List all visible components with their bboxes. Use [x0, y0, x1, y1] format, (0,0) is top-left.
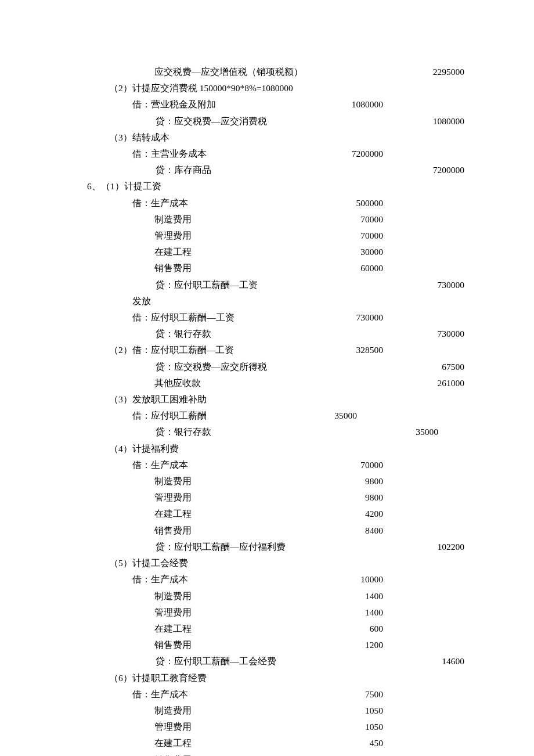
credit-amount: [383, 670, 464, 686]
debit-amount: 1400: [325, 604, 383, 621]
journal-entry-line: （3）发放职工困难补助: [75, 391, 464, 408]
journal-entry-line: 贷：库存商品7200000: [75, 162, 464, 178]
entry-description: 制造费用: [154, 473, 192, 489]
debit-amount: 730000: [325, 309, 383, 326]
debit-amount: [325, 80, 383, 96]
journal-entry-line: 借：生产成本70000: [75, 457, 464, 473]
credit-amount: [383, 489, 464, 506]
journal-entry-line: 制造费用1400: [75, 588, 464, 604]
entry-description: 制造费用: [154, 703, 192, 719]
entry-description: 贷：应付职工薪酬—应付福利费: [156, 539, 286, 555]
credit-amount: 261000: [383, 375, 464, 391]
debit-amount: 9800: [325, 489, 383, 506]
credit-amount: [383, 457, 464, 473]
credit-amount: [383, 96, 464, 113]
credit-amount: [383, 228, 464, 244]
credit-amount: [383, 391, 464, 408]
journal-entry-line: 贷：应交税费—应交消费税1080000: [75, 113, 464, 129]
credit-amount: [383, 555, 464, 571]
debit-amount: 4200: [325, 506, 383, 522]
debit-amount: [325, 113, 383, 129]
debit-amount: 7500: [325, 686, 383, 703]
entry-description: 在建工程: [154, 621, 192, 637]
journal-entry-line: 制造费用70000: [75, 211, 464, 228]
journal-entry-line: 管理费用1050: [75, 719, 464, 735]
entry-description: 贷：应付职工薪酬—工资: [156, 277, 258, 293]
debit-amount: [325, 653, 383, 669]
journal-entry-line: 借：营业税金及附加1080000: [75, 96, 464, 113]
credit-amount: 7200000: [383, 162, 464, 178]
credit-amount: [383, 195, 464, 211]
debit-amount: 7200000: [325, 146, 383, 162]
debit-amount: 600: [325, 621, 383, 637]
entry-description: 在建工程: [154, 244, 192, 260]
journal-entry-line: 贷：银行存款35000: [75, 424, 464, 440]
journal-entry-line: 销售费用1200: [75, 637, 464, 653]
credit-amount: 730000: [383, 326, 464, 342]
debit-amount: 1400: [325, 588, 383, 604]
entry-description: （4）计提福利费: [109, 441, 179, 457]
debit-amount: [325, 326, 383, 342]
debit-amount: 1200: [325, 637, 383, 653]
journal-entry-line: 发放: [75, 293, 464, 309]
credit-amount: 2295000: [383, 64, 464, 80]
entry-description: 借：生产成本: [132, 195, 188, 211]
journal-entry-line: 贷：银行存款730000: [75, 326, 464, 342]
debit-amount: 70000: [325, 228, 383, 244]
debit-amount: 10000: [325, 571, 383, 588]
credit-amount: [383, 506, 464, 522]
debit-amount: 30000: [325, 244, 383, 260]
credit-amount: [383, 473, 464, 489]
credit-amount: [383, 719, 464, 735]
debit-amount: 70000: [325, 457, 383, 473]
debit-amount: [325, 293, 383, 309]
entry-description: 贷：应付职工薪酬—工会经费: [156, 653, 276, 669]
debit-amount: [325, 670, 383, 686]
credit-amount: [383, 637, 464, 653]
entry-description: 管理费用: [154, 228, 192, 244]
entry-description: （5）计提工会经费: [109, 555, 188, 571]
journal-entry-line: 其他应收款261000: [75, 375, 464, 391]
entry-description: 销售费用: [154, 260, 192, 276]
journal-entry-line: （6）计提职工教育经费: [75, 670, 464, 686]
credit-amount: [383, 342, 464, 358]
journal-entry-line: 在建工程30000: [75, 244, 464, 260]
journal-entry-line: （2）借：应付职工薪酬—工资328500: [75, 342, 464, 358]
journal-entry-line: 应交税费—应交增值税（销项税额）2295000: [75, 64, 464, 80]
credit-amount: 102200: [383, 539, 464, 555]
debit-amount: 328500: [325, 342, 383, 358]
debit-amount: [325, 64, 383, 80]
entry-description: 贷：应交税费—应交所得税: [156, 359, 267, 375]
debit-amount: 8400: [325, 523, 383, 539]
credit-amount: [383, 735, 464, 751]
credit-amount: 730000: [383, 277, 464, 293]
debit-amount: 1050: [325, 719, 383, 735]
entry-description: （2）借：应付职工薪酬—工资: [109, 342, 234, 358]
debit-amount: [325, 375, 383, 391]
credit-amount: [383, 293, 464, 309]
entry-description: 在建工程: [154, 735, 192, 751]
journal-entry-line: 贷：应付职工薪酬—应付福利费102200: [75, 539, 464, 555]
journal-entry-line: （3）结转成本: [75, 129, 464, 146]
debit-amount: 9800: [325, 473, 383, 489]
journal-entry-line: 销售费用900: [75, 752, 464, 756]
journal-entry-line: 管理费用1400: [75, 604, 464, 621]
credit-amount: [383, 309, 464, 326]
entry-description: 贷：应交税费—应交消费税: [156, 113, 267, 129]
entry-description: 借：主营业务成本: [132, 146, 207, 162]
journal-entry-line: 在建工程450: [75, 735, 464, 751]
credit-amount: [383, 146, 464, 162]
credit-amount: [383, 441, 464, 457]
credit-amount: [383, 260, 464, 276]
journal-entry-line: （5）计提工会经费: [75, 555, 464, 571]
credit-amount: [383, 178, 464, 195]
credit-amount: 14600: [383, 653, 464, 669]
journal-entry-line: 贷：应付职工薪酬—工资730000: [75, 277, 464, 293]
credit-amount: [383, 752, 464, 756]
debit-amount: 1050: [325, 703, 383, 719]
journal-entry-line: （2）计提应交消费税 150000*90*8%=1080000: [75, 80, 464, 96]
journal-entry-line: 贷：应付职工薪酬—工会经费14600: [75, 653, 464, 669]
entry-description: 6、（1）计提工资: [87, 178, 161, 195]
entry-description: 贷：银行存款: [156, 326, 211, 342]
entry-description: 贷：银行存款: [156, 424, 211, 440]
